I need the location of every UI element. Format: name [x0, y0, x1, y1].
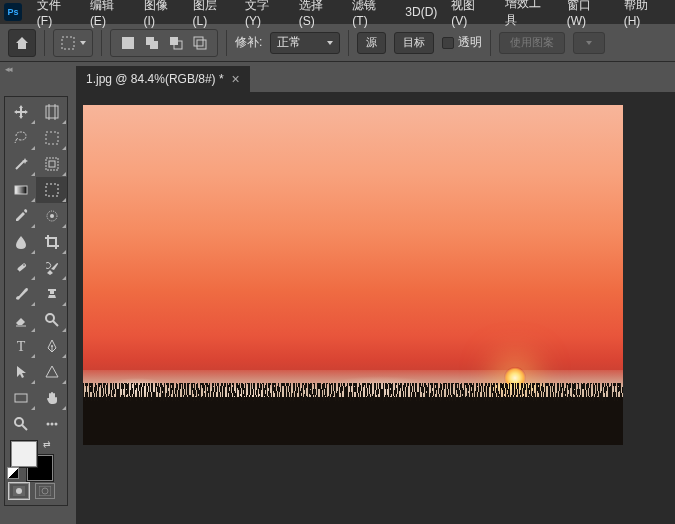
document-tab-title: 1.jpg @ 84.4%(RGB/8#) *: [86, 72, 224, 86]
quick-select-icon: [44, 208, 60, 224]
svg-rect-27: [15, 394, 27, 402]
home-button[interactable]: [8, 29, 36, 57]
document-tab[interactable]: 1.jpg @ 84.4%(RGB/8#) * ×: [76, 66, 250, 92]
menu-type[interactable]: 文字(Y): [238, 0, 292, 31]
zoom-tool[interactable]: [5, 411, 36, 437]
marquee-tool[interactable]: [36, 125, 67, 151]
menu-file[interactable]: 文件(F): [30, 0, 83, 31]
path-select-tool[interactable]: [5, 359, 36, 385]
chevron-down-icon: [80, 41, 86, 45]
artboard-icon: [44, 104, 60, 120]
separator: [226, 30, 227, 56]
magic-wand-tool[interactable]: [5, 151, 36, 177]
rectangle-tool[interactable]: [5, 385, 36, 411]
menu-bar: Ps 文件(F) 编辑(E) 图像(I) 图层(L) 文字(Y) 选择(S) 滤…: [0, 0, 675, 24]
brush-icon: [13, 286, 29, 302]
svg-point-30: [46, 423, 49, 426]
gradient-tool[interactable]: [5, 177, 36, 203]
target-button[interactable]: 目标: [394, 32, 434, 54]
eyedropper-tool[interactable]: [5, 203, 36, 229]
eraser-tool[interactable]: [5, 307, 36, 333]
brush-tool[interactable]: [5, 281, 36, 307]
foreground-color-swatch[interactable]: [11, 441, 37, 467]
edit-toolbar-button[interactable]: [36, 411, 67, 437]
svg-rect-16: [46, 184, 58, 196]
svg-rect-7: [197, 40, 206, 49]
menu-edit[interactable]: 编辑(E): [83, 0, 137, 31]
source-button[interactable]: 源: [357, 32, 386, 54]
patch-tool-icon: [60, 35, 76, 51]
text-icon: T: [13, 338, 29, 354]
artboard-tool[interactable]: [36, 99, 67, 125]
hand-tool[interactable]: [36, 385, 67, 411]
history-brush-tool[interactable]: [36, 255, 67, 281]
svg-point-18: [50, 214, 54, 218]
clone-stamp-icon: [44, 286, 60, 302]
tool-preset-group[interactable]: [53, 29, 93, 57]
menu-filter[interactable]: 滤镜(T): [345, 0, 398, 31]
frame-icon: [44, 156, 60, 172]
menu-view[interactable]: 视图(V): [444, 0, 498, 31]
image-grass: [83, 397, 623, 445]
dock-collapse-grip[interactable]: ◂◂: [0, 64, 16, 74]
swap-colors-icon[interactable]: ⇄: [43, 439, 51, 449]
blur-icon: [13, 234, 29, 250]
dodge-icon: [44, 312, 60, 328]
default-colors-icon[interactable]: [7, 467, 19, 479]
selection-subtract-icon: [169, 36, 183, 50]
patch-mode-select[interactable]: 正常: [270, 32, 340, 54]
svg-line-12: [16, 161, 24, 169]
history-brush-icon: [44, 260, 60, 276]
text-tool[interactable]: T: [5, 333, 36, 359]
frame-tool[interactable]: [36, 151, 67, 177]
canvas-area[interactable]: [76, 92, 675, 524]
svg-point-32: [54, 423, 57, 426]
close-icon[interactable]: ×: [232, 71, 240, 87]
transparent-checkbox[interactable]: [442, 37, 454, 49]
quick-select-tool[interactable]: [36, 203, 67, 229]
separator: [44, 30, 45, 56]
standard-mode-icon: [13, 486, 25, 496]
svg-rect-14: [49, 161, 55, 167]
home-icon: [14, 35, 30, 51]
app-logo: Ps: [4, 3, 22, 21]
menu-layer[interactable]: 图层(L): [186, 0, 238, 31]
patch-tool[interactable]: [36, 177, 67, 203]
menu-image[interactable]: 图像(I): [137, 0, 186, 31]
menu-select[interactable]: 选择(S): [292, 0, 346, 31]
lasso-tool[interactable]: [5, 125, 36, 151]
transparent-option[interactable]: 透明: [442, 34, 482, 51]
dodge-tool[interactable]: [36, 307, 67, 333]
svg-rect-3: [150, 41, 158, 49]
more-icon: [44, 416, 60, 432]
eyedropper-icon: [13, 208, 29, 224]
menu-help[interactable]: 帮助(H): [617, 0, 671, 31]
selection-subtract-button[interactable]: [165, 32, 187, 54]
selection-add-button[interactable]: [141, 32, 163, 54]
menu-plugins[interactable]: 增效工具: [498, 0, 560, 32]
pen-tool[interactable]: [36, 333, 67, 359]
svg-rect-6: [194, 37, 203, 46]
standard-mode-button[interactable]: [9, 483, 29, 499]
quickmask-mode-button[interactable]: [35, 483, 55, 499]
svg-rect-11: [46, 132, 58, 144]
shape-icon: [44, 364, 60, 380]
svg-point-31: [50, 423, 53, 426]
patch-selected-icon: [44, 182, 60, 198]
menu-window[interactable]: 窗口(W): [560, 0, 617, 31]
document-canvas[interactable]: [83, 105, 623, 445]
move-tool[interactable]: [5, 99, 36, 125]
blur-tool[interactable]: [5, 229, 36, 255]
shape-tool[interactable]: [36, 359, 67, 385]
clone-stamp-tool[interactable]: [36, 281, 67, 307]
healing-tool[interactable]: [5, 255, 36, 281]
menu-3d[interactable]: 3D(D): [398, 2, 444, 22]
crop-tool[interactable]: [36, 229, 67, 255]
pattern-picker: [573, 32, 605, 54]
selection-intersect-button[interactable]: [189, 32, 211, 54]
svg-line-29: [22, 425, 27, 430]
selection-new-button[interactable]: [117, 32, 139, 54]
zoom-icon: [13, 416, 29, 432]
svg-rect-1: [122, 37, 134, 49]
selection-intersect-icon: [193, 36, 207, 50]
